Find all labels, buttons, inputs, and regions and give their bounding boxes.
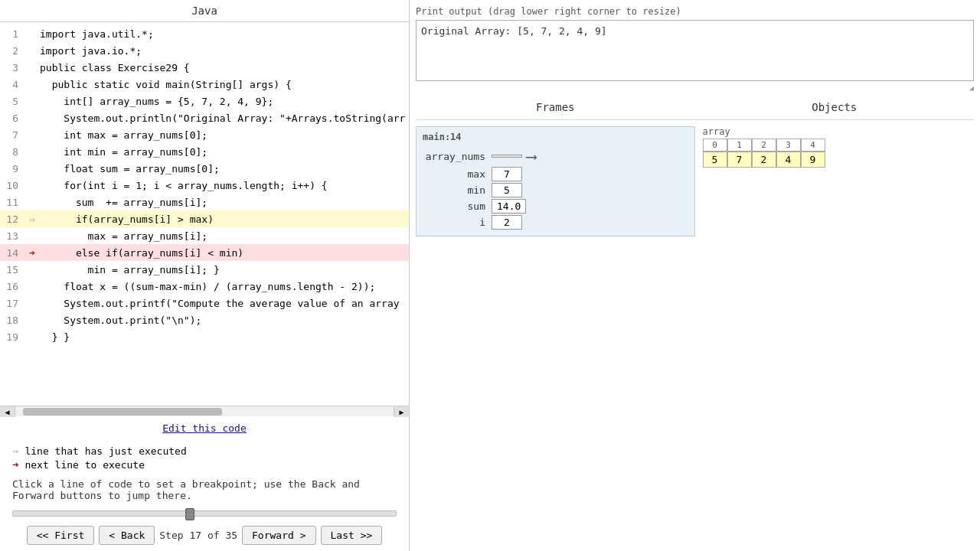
variable-name: sum — [423, 201, 492, 212]
line-number: 7 — [0, 129, 24, 141]
code-line[interactable]: 12⇒ if(array_nums[i] > max) — [0, 210, 409, 227]
line-number: 9 — [0, 163, 24, 174]
breakpoint-hint: Click a line of code to set a breakpoint… — [0, 475, 409, 507]
array-cell: 5 — [703, 152, 727, 168]
frames-header: Frames — [416, 98, 695, 120]
code-line[interactable]: 17 System.out.printf("Compute the averag… — [0, 295, 409, 311]
variable-row: min5 — [423, 183, 688, 197]
variable-row: sum14.0 — [423, 199, 688, 214]
frame-box: main:14 array_nums⟶max7min5sum14.0i2 — [416, 126, 695, 236]
line-number: 8 — [0, 146, 24, 158]
line-number: 2 — [0, 45, 24, 57]
line-code-text: System.out.println("Original Array: "+Ar… — [40, 112, 409, 124]
line-number: 13 — [0, 230, 24, 242]
edit-link[interactable]: Edit this code — [0, 416, 409, 440]
variable-value-pointer — [492, 155, 522, 158]
variable-value: 5 — [492, 183, 522, 197]
line-code-text: int min = array_nums[0]; — [40, 146, 409, 158]
code-line[interactable]: 13 max = array_nums[i]; — [0, 227, 409, 244]
line-code-text: min = array_nums[i]; } — [40, 264, 409, 276]
variable-name: array_nums — [423, 151, 492, 162]
variable-row: i2 — [423, 215, 688, 230]
red-arrow-icon: ➜ — [12, 458, 18, 471]
code-line[interactable]: 8 int min = array_nums[0]; — [0, 143, 409, 160]
scroll-left-btn[interactable]: ◀ — [0, 406, 15, 417]
array-index: 1 — [727, 139, 752, 152]
code-line[interactable]: 11 sum += array_nums[i]; — [0, 194, 409, 210]
code-line[interactable]: 3public class Exercise29 { — [0, 59, 409, 76]
nav-buttons: << First < Back Step 17 of 35 Forward > … — [0, 520, 409, 551]
language-label: Java — [191, 5, 217, 17]
line-number: 1 — [0, 28, 24, 40]
horizontal-scrollbar[interactable]: ◀ ▶ — [0, 406, 409, 416]
last-button[interactable]: Last >> — [321, 526, 383, 545]
variable-name: max — [423, 168, 492, 180]
line-number: 15 — [0, 264, 24, 276]
code-line[interactable]: 14➜ else if(array_nums[i] < min) — [0, 244, 409, 261]
array-cell: 4 — [776, 152, 801, 168]
line-number: 6 — [0, 112, 24, 124]
code-line[interactable]: 7 int max = array_nums[0]; — [0, 126, 409, 143]
line-code-text: max = array_nums[i]; — [40, 230, 409, 242]
legend-next-text: next line to execute — [24, 459, 145, 471]
code-line[interactable]: 6 System.out.println("Original Array: "+… — [0, 109, 409, 126]
variable-value: 7 — [492, 167, 522, 181]
variable-name: min — [423, 184, 492, 196]
first-button[interactable]: << First — [27, 526, 95, 545]
line-code-text: for(int i = 1; i < array_nums.length; i+… — [40, 180, 409, 191]
array-index: 4 — [801, 139, 825, 152]
array-cell: 9 — [801, 152, 825, 168]
frame-title: main:14 — [423, 132, 688, 142]
forward-button[interactable]: Forward > — [242, 526, 315, 545]
array-index: 0 — [703, 139, 727, 152]
line-code-text: float sum = array_nums[0]; — [40, 163, 409, 174]
code-line[interactable]: 4 public static void main(String[] args)… — [0, 76, 409, 93]
legend-executed: ⇒ line that has just executed — [12, 445, 397, 457]
code-line[interactable]: 18 System.out.print("\n"); — [0, 311, 409, 328]
array-index: 3 — [776, 139, 801, 152]
slider-area — [0, 507, 409, 520]
legend-next: ➜ next line to execute — [12, 458, 397, 471]
code-line[interactable]: 2import java.io.*; — [0, 42, 409, 59]
back-button[interactable]: < Back — [99, 526, 155, 545]
code-line[interactable]: 19 } } — [0, 328, 409, 345]
left-panel: Java 1import java.util.*;2import java.io… — [0, 0, 410, 551]
slider-thumb[interactable] — [185, 508, 194, 520]
variable-name: i — [423, 217, 492, 228]
line-number: 11 — [0, 197, 24, 208]
right-panel: Print output (drag lower right corner to… — [410, 0, 980, 551]
variable-row: array_nums⟶ — [423, 147, 688, 165]
line-code-text: int max = array_nums[0]; — [40, 129, 409, 141]
objects-column: Objects array0123457249 — [695, 98, 975, 545]
frames-column: Frames main:14 array_nums⟶max7min5sum14.… — [416, 98, 695, 545]
line-number: 12 — [0, 214, 24, 225]
resize-handle: ◢ — [416, 83, 974, 92]
output-section: Print output (drag lower right corner to… — [416, 6, 974, 92]
scrollbar-thumb[interactable] — [23, 408, 222, 416]
scroll-right-btn[interactable]: ▶ — [394, 406, 409, 417]
legend: ⇒ line that has just executed ➜ next lin… — [0, 440, 409, 475]
line-number: 16 — [0, 281, 24, 292]
line-number: 3 — [0, 62, 24, 73]
variable-value: 14.0 — [492, 199, 526, 214]
code-line[interactable]: 10 for(int i = 1; i < array_nums.length;… — [0, 177, 409, 194]
line-code-text: System.out.printf("Compute the average v… — [40, 298, 409, 309]
code-line[interactable]: 16 float x = ((sum-max-min) / (array_num… — [0, 278, 409, 295]
output-textarea[interactable] — [416, 20, 974, 81]
line-number: 4 — [0, 79, 24, 90]
gray-arrow-icon: ⇒ — [12, 445, 18, 457]
line-number: 14 — [0, 247, 24, 259]
line-code-text: sum += array_nums[i]; — [40, 197, 409, 208]
array-label: array — [703, 126, 975, 137]
code-line[interactable]: 5 int[] array_nums = {5, 7, 2, 4, 9}; — [0, 93, 409, 109]
code-line[interactable]: 1import java.util.*; — [0, 25, 409, 42]
code-area: 1import java.util.*;2import java.io.*;3p… — [0, 22, 409, 406]
pointer-arrow-icon: ⟶ — [527, 147, 536, 165]
variables-container: array_nums⟶max7min5sum14.0i2 — [423, 147, 688, 230]
code-line[interactable]: 9 float sum = array_nums[0]; — [0, 160, 409, 177]
line-code-text: } } — [40, 331, 409, 343]
progress-slider[interactable] — [12, 510, 397, 517]
line-code-text: public class Exercise29 { — [40, 62, 409, 73]
code-line[interactable]: 15 min = array_nums[i]; } — [0, 261, 409, 278]
legend-executed-text: line that has just executed — [24, 445, 186, 457]
